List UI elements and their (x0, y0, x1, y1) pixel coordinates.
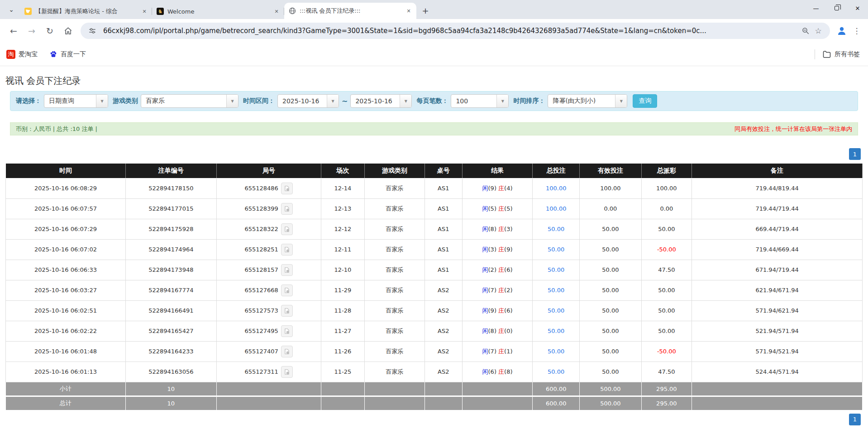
time-cell: 2025-10-16 06:06:33 (6, 260, 126, 280)
chevron-down-icon[interactable]: ▼ (327, 95, 339, 107)
site-settings-icon[interactable] (86, 24, 99, 37)
total-bet-link[interactable]: 50.00 (548, 266, 564, 273)
video-record-icon[interactable] (281, 346, 293, 357)
result-player: 闲 (482, 328, 488, 334)
result-player: 闲 (482, 185, 488, 192)
tab-welcome[interactable]: ♞ Welcome ✕ (152, 4, 284, 19)
total-bet-cell[interactable]: 50.00 (533, 300, 580, 321)
bookmark-taobao[interactable]: 淘 爱淘宝 (6, 50, 38, 59)
video-record-icon[interactable] (281, 305, 293, 317)
reload-icon[interactable]: ↻ (42, 23, 57, 39)
total-bet-link[interactable]: 50.00 (548, 348, 564, 355)
total-bet-link[interactable]: 50.00 (548, 287, 564, 294)
column-header: 场次 (321, 164, 365, 178)
bookmarks-bar: 淘 爱淘宝 百度一下 所有书签 (0, 43, 868, 66)
new-tab-icon[interactable]: + (419, 4, 432, 17)
total-bet-link[interactable]: 100.00 (546, 205, 567, 212)
payout-cell: 50.00 (641, 280, 692, 300)
total-bet-cell[interactable]: 100.00 (533, 178, 580, 198)
tab-close-icon[interactable]: ✕ (140, 7, 148, 15)
remark-cell: 524.44/571.94 (692, 362, 863, 382)
video-record-icon[interactable] (281, 264, 293, 276)
browser-menu-icon[interactable]: ⋮ (850, 24, 863, 37)
chevron-down-icon[interactable]: ▼ (496, 95, 508, 107)
search-button[interactable]: 查询 (633, 94, 657, 108)
video-record-icon[interactable] (281, 223, 293, 235)
total-bet-link[interactable]: 50.00 (548, 246, 564, 253)
zoom-icon[interactable] (799, 24, 812, 37)
game-type-select[interactable]: 百家乐 ▼ (141, 94, 238, 108)
remark-cell: 719.44/669.44 (692, 239, 863, 260)
total-bet-cell[interactable]: 50.00 (533, 219, 580, 239)
all-bookmarks[interactable]: 所有书签 (822, 50, 860, 59)
bookmark-baidu[interactable]: 百度一下 (49, 50, 86, 58)
table-no-cell: AS2 (424, 341, 462, 362)
total-bet-cell[interactable]: 50.00 (533, 239, 580, 260)
date-from-select[interactable]: 2025-10-16 ▼ (277, 94, 339, 108)
pagination-page-1-top[interactable]: 1 (849, 148, 861, 160)
valid-bet-cell: 0.00 (580, 198, 641, 219)
result-cell: 闲(2) 庄(6) (462, 260, 532, 280)
video-record-icon[interactable] (281, 366, 293, 378)
date-to-select[interactable]: 2025-10-16 ▼ (350, 94, 412, 108)
table-no-cell: AS1 (424, 239, 462, 260)
total-bet-cell[interactable]: 50.00 (533, 321, 580, 341)
chevron-down-icon[interactable]: ▼ (400, 95, 411, 107)
url-text[interactable]: 66cxkj98.com/ipl/portal.php/game/betreco… (103, 27, 799, 35)
time-sort-select[interactable]: 降幂(由大到小) ▼ (548, 94, 627, 108)
payout-cell: 50.00 (641, 300, 692, 321)
round-no: 655128486 (244, 185, 278, 192)
query-mode-select[interactable]: 日期查询 ▼ (44, 94, 108, 108)
video-record-icon[interactable] (281, 183, 293, 194)
table-row: 2025-10-16 06:03:27522894167774655127668… (6, 280, 863, 300)
total-bet-cell[interactable]: 50.00 (533, 280, 580, 300)
back-icon[interactable]: ← (6, 23, 21, 39)
chevron-down-icon[interactable]: ▼ (96, 95, 108, 107)
total-bet-cell[interactable]: 50.00 (533, 341, 580, 362)
profile-avatar-icon[interactable] (835, 24, 848, 37)
total-bet-cell[interactable]: 50.00 (533, 362, 580, 382)
video-record-icon[interactable] (281, 325, 293, 337)
game-type-cell: 百家乐 (365, 260, 425, 280)
restore-icon[interactable] (826, 0, 847, 16)
table-header-row: 时间注单编号局号场次游戏类别桌号结果总投注有效投注总派彩备注 (6, 164, 863, 178)
minimize-icon[interactable]: — (806, 0, 826, 16)
browser-toolbar: ← → ↻ 66cxkj98.com/ipl/portal.php/game/b… (0, 19, 868, 43)
tab-close-icon[interactable]: ✕ (405, 7, 413, 15)
total-bet-link[interactable]: 50.00 (548, 226, 564, 232)
tab-forum[interactable]: 【新提醒】海燕策略论坛 - 综合 ✕ (20, 4, 152, 19)
video-record-icon[interactable] (281, 203, 293, 215)
empty-cell (424, 396, 462, 410)
column-header: 结果 (462, 164, 532, 178)
home-icon[interactable] (60, 23, 76, 39)
session-cell: 12-10 (321, 260, 365, 280)
total-bet-cell[interactable]: 100.00 (533, 198, 580, 219)
tab-bet-records[interactable]: :::视讯 会员下注纪录::: ✕ (284, 3, 416, 19)
tab-close-icon[interactable]: ✕ (272, 7, 281, 15)
address-bar[interactable]: 66cxkj98.com/ipl/portal.php/game/betreco… (81, 23, 830, 39)
total-bet-link[interactable]: 100.00 (546, 185, 567, 192)
payout-cell: 47.50 (641, 260, 692, 280)
total-bet-link[interactable]: 50.00 (548, 328, 564, 334)
window-close-icon[interactable]: ✕ (847, 0, 868, 16)
table-no-cell: AS2 (424, 321, 462, 341)
chevron-down-icon[interactable]: ▼ (615, 95, 627, 107)
total-bet-cell[interactable]: 50.00 (533, 260, 580, 280)
page-size-select[interactable]: 100 ▼ (451, 94, 509, 108)
pagination-page-1-bottom[interactable]: 1 (849, 414, 861, 425)
tab-search-icon[interactable]: ⌄ (4, 2, 19, 17)
video-record-icon[interactable] (281, 285, 293, 296)
table-row: 2025-10-16 06:07:02522894174964655128251… (6, 239, 863, 260)
summary-info-bar: 币别 : 人民币 | 总共 :10 注单 | 同局有效投注，统一计算在该局第一张… (10, 122, 858, 135)
round-no-cell: 655127407 (216, 341, 321, 362)
bet-no-cell: 522894167774 (126, 280, 217, 300)
remark-cell: 571.94/621.94 (692, 300, 863, 321)
chevron-down-icon[interactable]: ▼ (226, 95, 238, 107)
total-bet-link[interactable]: 50.00 (548, 307, 564, 314)
video-record-icon[interactable] (281, 244, 293, 256)
total-bet-link[interactable]: 50.00 (548, 368, 564, 375)
bookmark-star-icon[interactable]: ☆ (812, 24, 825, 37)
footer-count-cell: 10 (126, 382, 217, 396)
forward-icon[interactable]: → (24, 23, 39, 39)
time-cell: 2025-10-16 06:07:57 (6, 198, 126, 219)
